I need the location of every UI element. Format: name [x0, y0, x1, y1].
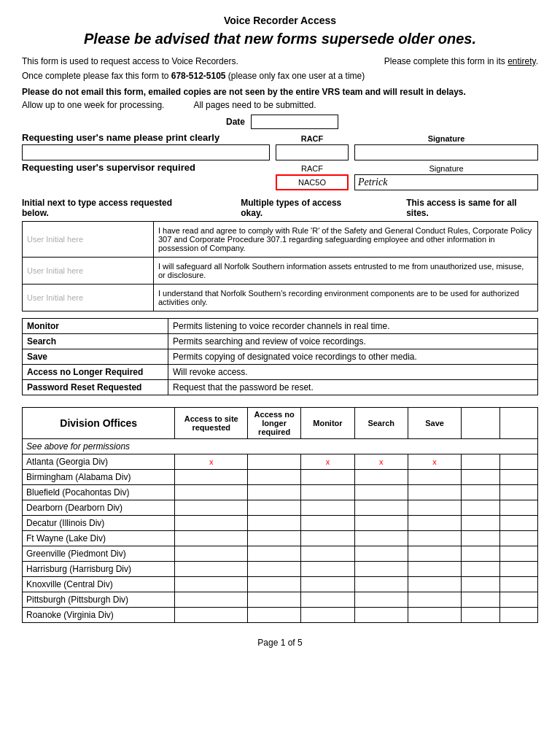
signature2-label: Signature: [354, 164, 538, 173]
access-type-row: SearchPermits searching and review of vo…: [23, 334, 538, 349]
intro-right: Please complete this form in its entiret…: [384, 56, 538, 66]
search-header: Search: [354, 408, 408, 439]
save-header: Save: [408, 408, 461, 439]
no-longer-header: Access no longer required: [247, 408, 300, 439]
initial-header-col1: Initial next to type access requested be…: [22, 198, 197, 218]
initials-row-1: User Initial here I have read and agree …: [22, 221, 538, 258]
access-type-row: Access no Longer RequiredWill revoke acc…: [23, 365, 538, 380]
supervisor-label: Requesting user's supervisor required: [22, 162, 270, 173]
division-row: Pittsburgh (Pittsburgh Div): [23, 592, 538, 608]
nacso-value: NAC5O: [276, 174, 349, 190]
access-type-row: MonitorPermits listening to voice record…: [23, 319, 538, 334]
division-row: Bluefield (Pocahontas Div): [23, 485, 538, 500]
access-types-table: MonitorPermits listening to voice record…: [22, 318, 538, 395]
division-row: Harrisburg (Harrisburg Div): [23, 562, 538, 577]
racf-input[interactable]: [276, 144, 349, 160]
access-type-row: Password Reset RequestedRequest that the…: [23, 380, 538, 395]
user-initial-placeholder-2: User Initial here: [27, 266, 83, 275]
date-label: Date: [226, 117, 245, 127]
page-footer: Page 1 of 5: [22, 638, 538, 648]
page-title: Voice Recorder Access: [22, 15, 538, 26]
requesting-user-label: Requesting user's name please print clea…: [22, 132, 270, 143]
access-requested-header: Access to site requested: [175, 408, 248, 439]
initials-text-2: I will safeguard all Norfolk Southern in…: [154, 258, 537, 284]
division-row: Atlanta (Georgia Div) x x x x: [23, 454, 538, 470]
intro-left: This form is used to request access to V…: [22, 56, 238, 66]
division-row: Roanoke (Virginia Div): [23, 608, 538, 623]
access-type-row: SavePermits copying of designated voice …: [23, 349, 538, 365]
all-pages: All pages need to be submitted.: [193, 100, 316, 110]
date-input[interactable]: [251, 115, 338, 129]
division-row: Decatur (Illinois Div): [23, 516, 538, 531]
allow-processing: Allow up to one week for processing.: [22, 100, 164, 110]
user-initial-placeholder-3: User Initial here: [27, 293, 83, 302]
initials-text-3: I understand that Norfolk Southern's rec…: [154, 285, 537, 311]
division-offices-header: Division Offices: [23, 408, 175, 439]
initial-header-col2: Multiple types of access okay.: [241, 198, 362, 218]
signature2-scribble: Petrick: [354, 174, 538, 190]
division-row: Greenville (Piedmont Div): [23, 546, 538, 562]
warning-text: Please do not email this form, emailed c…: [22, 87, 538, 97]
initials-row-3: User Initial here I understand that Norf…: [22, 284, 538, 311]
fax-line: Once complete please fax this form to 67…: [22, 71, 538, 81]
signature-label: Signature: [354, 134, 538, 143]
initials-text-1: I have read and agree to comply with Rul…: [154, 222, 537, 257]
racf2-label: RACF: [276, 164, 349, 173]
see-above: See above for permissions: [23, 439, 538, 454]
racf-label: RACF: [276, 134, 349, 143]
initials-row-2: User Initial here I will safeguard all N…: [22, 257, 538, 285]
user-initial-placeholder-1: User Initial here: [27, 235, 83, 244]
division-row: Knoxville (Central Div): [23, 577, 538, 592]
division-table: Division Offices Access to site requeste…: [22, 407, 538, 623]
requesting-user-input[interactable]: [22, 144, 270, 160]
division-row: Ft Wayne (Lake Div): [23, 531, 538, 546]
advisory-text: Please be advised that new forms superse…: [22, 31, 538, 47]
monitor-header: Monitor: [301, 408, 354, 439]
division-row: Birmingham (Alabama Div): [23, 470, 538, 485]
initial-header-col3: This access is same for all sites.: [406, 198, 538, 218]
division-row: Dearborn (Dearborn Div): [23, 500, 538, 516]
signature-input[interactable]: [354, 144, 538, 160]
